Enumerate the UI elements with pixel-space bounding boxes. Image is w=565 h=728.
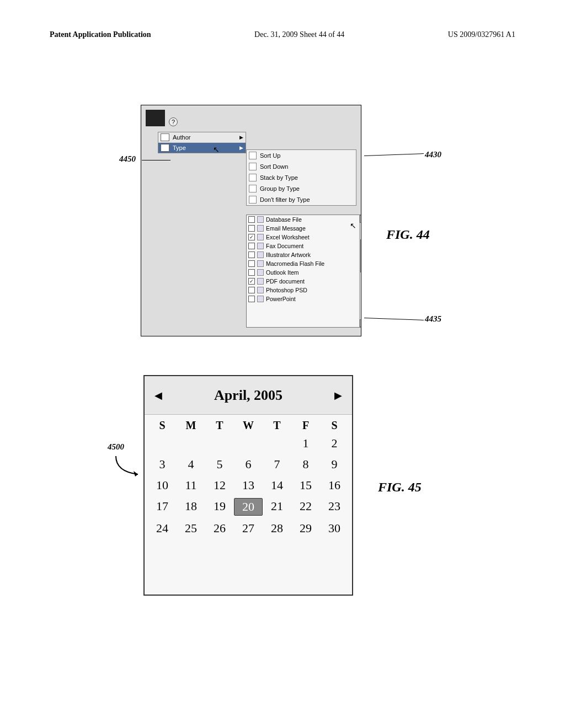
filter-item[interactable]: Illustrator Artwork (247, 250, 359, 259)
filter-item[interactable]: PowerPoint (247, 295, 359, 303)
date-cell[interactable]: 26 (205, 520, 234, 537)
date-cell[interactable]: 14 (263, 477, 291, 494)
header-left: Patent Application Publication (50, 30, 151, 39)
date-cell[interactable]: 3 (148, 456, 177, 473)
date-cell[interactable]: 1 (291, 435, 320, 452)
filter-item-label: Outlook Item (266, 269, 299, 276)
checkbox[interactable] (248, 296, 255, 302)
help-icon[interactable]: ? (169, 117, 178, 126)
checkbox[interactable]: ✓ (248, 278, 255, 285)
next-month-button[interactable]: ▶ (334, 389, 342, 402)
column-icon (161, 144, 169, 152)
date-cell[interactable]: 29 (291, 520, 320, 537)
checkbox[interactable]: ✓ (248, 234, 255, 240)
day-header: W (234, 419, 263, 432)
figure-label-44: FIG. 44 (386, 227, 430, 242)
date-cell[interactable]: 18 (177, 498, 205, 516)
date-cell[interactable]: 24 (148, 520, 177, 537)
sort-menu-item[interactable]: Type▶ (158, 143, 246, 153)
date-cell[interactable]: 16 (320, 477, 349, 494)
submenu-item[interactable]: Stack by Type (247, 172, 356, 183)
date-cell[interactable]: 30 (320, 520, 349, 537)
filter-item[interactable]: Outlook Item (247, 268, 359, 277)
checkbox[interactable] (248, 243, 255, 249)
date-cell[interactable]: 21 (263, 498, 291, 516)
action-icon (249, 163, 257, 170)
menu-item-label: Type (173, 144, 186, 151)
checkbox[interactable] (248, 269, 255, 276)
day-header: S (148, 419, 177, 432)
filetype-icon (257, 278, 264, 285)
filetype-icon (257, 296, 264, 302)
day-header: T (205, 419, 234, 432)
date-cell[interactable]: 25 (177, 520, 205, 537)
date-cell[interactable]: 13 (234, 477, 263, 494)
scroll-down-button[interactable]: ▼ (360, 319, 361, 327)
leader-arrow (113, 455, 141, 477)
sort-menu-item[interactable]: Author▶ (158, 132, 246, 143)
scroll-up-button[interactable]: ▲ (360, 215, 361, 223)
calendar-day-headers: SMTWTFS (145, 415, 352, 434)
date-cell[interactable]: 20 (234, 498, 263, 516)
checkbox[interactable] (248, 216, 255, 223)
header-right: US 2009/0327961 A1 (448, 30, 515, 39)
checkbox[interactable] (248, 251, 255, 258)
callout-4435: 4435 (425, 314, 441, 324)
date-cell[interactable]: 8 (291, 456, 320, 473)
titlebar-stub (146, 110, 165, 126)
date-cell[interactable]: 22 (291, 498, 320, 516)
date-cell[interactable]: 27 (234, 520, 263, 537)
callout-4500: 4500 (108, 442, 124, 452)
filter-item[interactable]: ✓PDF document (247, 277, 359, 286)
submenu-arrow-icon: ▶ (239, 145, 243, 151)
date-cell[interactable]: 4 (177, 456, 205, 473)
filter-item-label: Excel Worksheet (266, 234, 310, 240)
filetype-icon (257, 216, 264, 223)
submenu-item[interactable]: Sort Down (247, 161, 356, 172)
submenu-item-label: Stack by Type (260, 174, 298, 181)
filter-item[interactable]: Fax Document (247, 242, 359, 250)
leader-line (142, 160, 170, 160)
filter-item[interactable]: Photoshop PSD (247, 286, 359, 295)
date-cell[interactable]: 23 (320, 498, 349, 516)
filter-item-label: Fax Document (266, 243, 303, 249)
date-cell[interactable]: 6 (234, 456, 263, 473)
page-header: Patent Application Publication Dec. 31, … (50, 30, 515, 39)
filter-item[interactable]: Database File (247, 215, 359, 224)
date-cell[interactable]: 12 (205, 477, 234, 494)
calendar-header: ◀ April, 2005 ▶ (145, 376, 352, 415)
filetype-icon (257, 260, 264, 267)
date-cell[interactable]: 10 (148, 477, 177, 494)
submenu-item-label: Sort Up (260, 152, 280, 159)
date-cell[interactable]: 28 (263, 520, 291, 537)
date-cell[interactable]: 5 (205, 456, 234, 473)
checkbox[interactable] (248, 225, 255, 232)
submenu-item[interactable]: Sort Up (247, 150, 356, 161)
submenu-item[interactable]: Don't filter by Type (247, 194, 356, 205)
empty-cell (148, 435, 177, 452)
checkbox[interactable] (248, 287, 255, 293)
date-cell[interactable]: 7 (263, 456, 291, 473)
date-cell[interactable]: 17 (148, 498, 177, 516)
date-cell[interactable]: 19 (205, 498, 234, 516)
filter-item[interactable]: Email Message (247, 224, 359, 233)
filter-item[interactable]: Macromedia Flash File (247, 259, 359, 268)
date-cell[interactable]: 15 (291, 477, 320, 494)
prev-month-button[interactable]: ◀ (154, 389, 162, 402)
filter-item[interactable]: ✓Excel Worksheet (247, 233, 359, 242)
scrollbar[interactable]: ▲ ▼ (359, 215, 361, 327)
action-icon (249, 174, 257, 181)
date-cell[interactable]: 11 (177, 477, 205, 494)
date-cell[interactable]: 9 (320, 456, 349, 473)
callout-4450: 4450 (119, 154, 136, 164)
submenu-item-label: Don't filter by Type (260, 196, 310, 203)
submenu-item[interactable]: Group by Type (247, 183, 356, 194)
empty-cell (234, 435, 263, 452)
submenu-item-label: Group by Type (260, 185, 300, 192)
submenu-arrow-icon: ▶ (239, 135, 243, 140)
filetype-icon (257, 243, 264, 249)
date-cell[interactable]: 2 (320, 435, 349, 452)
checkbox[interactable] (248, 260, 255, 267)
scroll-thumb[interactable] (360, 239, 361, 272)
action-icon (249, 152, 257, 159)
